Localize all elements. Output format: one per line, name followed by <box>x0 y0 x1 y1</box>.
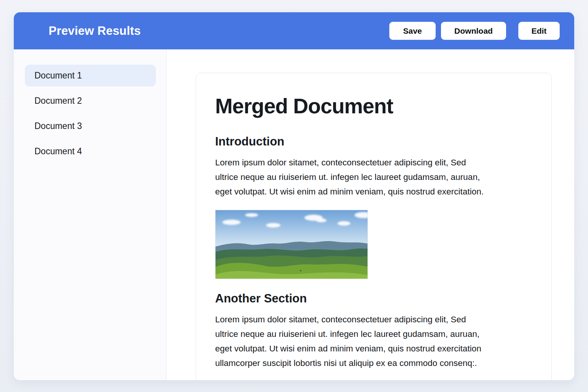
page-background: Preview Results Save Download Edit Docum… <box>0 0 588 392</box>
sidebar-item-label: Document 4 <box>34 146 82 157</box>
section-body-another-section: Lorem ipsum dolor sitamet, conteconsecte… <box>215 312 532 371</box>
sidebar-item-document-1[interactable]: Document 1 <box>25 65 156 87</box>
download-button[interactable]: Download <box>441 22 506 40</box>
section-heading-another-section: Another Section <box>215 292 532 305</box>
sidebar-item-document-2[interactable]: Document 2 <box>25 90 156 112</box>
landscape-image <box>215 210 368 279</box>
sidebar: Document 1 Document 2 Document 3 Documen… <box>14 49 167 380</box>
app-header: Preview Results Save Download Edit <box>14 12 574 49</box>
sidebar-item-label: Document 2 <box>34 96 82 106</box>
document-title: Merged Document <box>215 95 532 118</box>
sidebar-item-document-4[interactable]: Document 4 <box>25 140 156 162</box>
sidebar-item-label: Document 3 <box>34 121 82 131</box>
app-window: Preview Results Save Download Edit Docum… <box>14 12 574 380</box>
sidebar-item-document-3[interactable]: Document 3 <box>25 115 156 137</box>
section-body-introduction: Lorem ipsum dolor sitamet, conteconsecte… <box>215 155 532 199</box>
app-title: Preview Results <box>49 24 141 38</box>
edit-button[interactable]: Edit <box>518 22 560 40</box>
sidebar-item-label: Document 1 <box>34 70 82 81</box>
save-button[interactable]: Save <box>389 22 436 40</box>
document-card: Merged Document Introduction Lorem ipsum… <box>196 73 552 380</box>
header-actions: Save Download Edit <box>389 22 560 40</box>
section-heading-introduction: Introduction <box>215 135 532 149</box>
content-area: Merged Document Introduction Lorem ipsum… <box>167 49 574 380</box>
app-body: Document 1 Document 2 Document 3 Documen… <box>14 49 574 380</box>
